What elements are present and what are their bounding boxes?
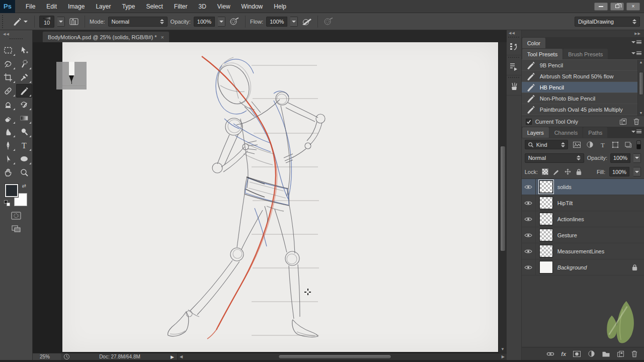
foreground-color-swatch[interactable]	[5, 184, 18, 197]
close-tab-icon[interactable]: ×	[161, 34, 164, 40]
collapse-tools-icon[interactable]: ◀◀	[0, 30, 32, 37]
filter-adjustment-layers-icon[interactable]	[586, 141, 594, 148]
tool-preset-item[interactable]: 9B Pencil	[522, 60, 644, 71]
lock-transparency-icon[interactable]	[542, 168, 548, 175]
filter-smart-object-icon[interactable]	[624, 141, 632, 148]
filter-kind-select[interactable]: Kind	[525, 140, 568, 149]
menu-view[interactable]: View	[212, 0, 236, 13]
panel-icon-brush-panel[interactable]	[507, 75, 521, 96]
toggle-brush-panel-button[interactable]	[68, 16, 80, 28]
tool-type[interactable]: T	[16, 138, 32, 152]
new-layer-icon[interactable]	[617, 350, 624, 357]
tool-path-selection[interactable]	[0, 152, 16, 165]
lock-all-icon[interactable]	[576, 168, 582, 175]
layer-visibility-eye-icon[interactable]	[522, 179, 536, 195]
tool-smudge[interactable]	[0, 125, 16, 138]
menu-help[interactable]: Help	[268, 0, 292, 13]
swap-colors-icon[interactable]: ⇄	[22, 183, 26, 189]
layer-row-hiptilt[interactable]: HipTilt	[522, 195, 644, 211]
tool-eyedropper[interactable]	[16, 70, 32, 84]
airbrush-mode-button[interactable]	[301, 16, 313, 28]
menu-type[interactable]: Type	[116, 0, 140, 13]
link-layers-icon[interactable]	[546, 351, 554, 357]
tool-move[interactable]	[16, 43, 32, 57]
tab-channels[interactable]: Channels	[549, 127, 583, 138]
scroll-down-icon[interactable]: ▼	[639, 111, 643, 116]
zoom-level-field[interactable]: 25%	[33, 353, 61, 360]
layer-thumbnail[interactable]	[539, 245, 553, 257]
brush-tool-preset-button[interactable]	[10, 16, 30, 28]
close-button[interactable]: ×	[626, 3, 640, 11]
quick-mask-button[interactable]	[11, 211, 22, 220]
layer-visibility-eye-icon[interactable]	[522, 211, 536, 227]
tool-quick-selection[interactable]	[16, 57, 32, 70]
layer-fill-dropdown[interactable]	[633, 167, 641, 176]
blend-mode-select[interactable]: Normal	[108, 17, 168, 27]
expand-dock-icon[interactable]: ▶▶	[634, 32, 641, 36]
tool-pen[interactable]	[0, 138, 16, 152]
tool-history-brush[interactable]	[16, 98, 32, 111]
menu-3d[interactable]: 3D	[193, 0, 211, 13]
tab-layers[interactable]: Layers	[522, 127, 549, 138]
delete-preset-button[interactable]	[633, 118, 640, 125]
opacity-dropdown[interactable]	[218, 17, 225, 27]
tool-preset-item[interactable]: HB Pencil	[522, 82, 644, 93]
brush-size-picker[interactable]: 10	[39, 16, 54, 28]
tool-zoom[interactable]	[16, 165, 32, 179]
layer-opacity-field[interactable]: 100%	[610, 153, 630, 163]
current-tool-only-checkbox[interactable]	[526, 119, 532, 125]
tool-gradient[interactable]	[16, 111, 32, 125]
add-mask-icon[interactable]	[573, 350, 581, 357]
tool-brush[interactable]	[16, 84, 32, 98]
panel-icon-history[interactable]	[507, 35, 521, 55]
document-tab[interactable]: BodyMotionA.psd @ 25% (solids, RGB/8#) *…	[42, 31, 170, 42]
preset-scrollbar-thumb[interactable]	[639, 72, 643, 95]
brush-size-dropdown[interactable]	[57, 17, 65, 27]
panel-menu-icon[interactable]	[631, 51, 641, 55]
tools-grip[interactable]	[10, 38, 23, 41]
layer-thumbnail[interactable]	[539, 180, 553, 193]
tool-eraser[interactable]	[0, 111, 16, 125]
minimize-button[interactable]	[594, 3, 608, 11]
menu-edit[interactable]: Edit	[41, 0, 62, 13]
tool-preset-item[interactable]: Non-Photo Blue Pencil	[522, 93, 644, 104]
delete-layer-icon[interactable]	[631, 350, 638, 357]
layer-fill-field[interactable]: 100%	[609, 167, 629, 176]
menu-window[interactable]: Window	[236, 0, 269, 13]
tablet-opacity-button[interactable]	[228, 16, 240, 28]
tab-brush-presets[interactable]: Brush Presets	[563, 49, 608, 59]
vertical-scrollbar-thumb[interactable]	[500, 146, 506, 251]
layer-row-background[interactable]: Background	[522, 259, 644, 276]
panel-icon-actions[interactable]	[507, 55, 521, 75]
layer-thumbnail[interactable]	[539, 197, 553, 209]
restore-button[interactable]	[610, 3, 624, 11]
vertical-scrollbar[interactable]: ▼	[498, 42, 507, 353]
layer-opacity-dropdown[interactable]	[633, 153, 641, 163]
horizontal-scrollbar[interactable]: ◀ ▶	[177, 353, 507, 360]
menu-layer[interactable]: Layer	[90, 0, 116, 13]
layer-thumbnail[interactable]	[539, 229, 553, 241]
panel-menu-icon[interactable]	[631, 130, 641, 133]
layer-row-actionlines[interactable]: Actionlines	[522, 211, 644, 227]
menu-select[interactable]: Select	[140, 0, 168, 13]
tool-ellipse-shape[interactable]	[16, 152, 32, 165]
layer-blend-mode-select[interactable]: Normal	[525, 153, 584, 163]
layer-visibility-eye-icon[interactable]	[522, 243, 536, 259]
horizontal-scrollbar-thumb[interactable]	[278, 354, 391, 359]
lock-position-icon[interactable]	[564, 168, 572, 175]
tab-tool-presets[interactable]: Tool Presets	[522, 49, 563, 59]
filter-shape-layers-icon[interactable]	[612, 141, 619, 148]
options-grip[interactable]	[2, 15, 6, 28]
tool-rectangular-marquee[interactable]	[0, 43, 16, 57]
scroll-right-icon[interactable]: ▶	[502, 354, 505, 359]
layer-row-measurementlines[interactable]: MeasurementLines	[522, 243, 644, 259]
flow-dropdown[interactable]	[290, 17, 298, 27]
tab-paths[interactable]: Paths	[583, 127, 607, 138]
scroll-left-icon[interactable]: ◀	[180, 354, 183, 359]
menu-file[interactable]: File	[20, 0, 41, 13]
layer-visibility-eye-icon[interactable]	[522, 259, 536, 275]
layer-style-icon[interactable]: fx	[561, 351, 566, 357]
new-preset-button[interactable]	[619, 118, 627, 125]
layer-thumbnail[interactable]	[539, 213, 553, 225]
layer-visibility-eye-icon[interactable]	[522, 227, 536, 243]
